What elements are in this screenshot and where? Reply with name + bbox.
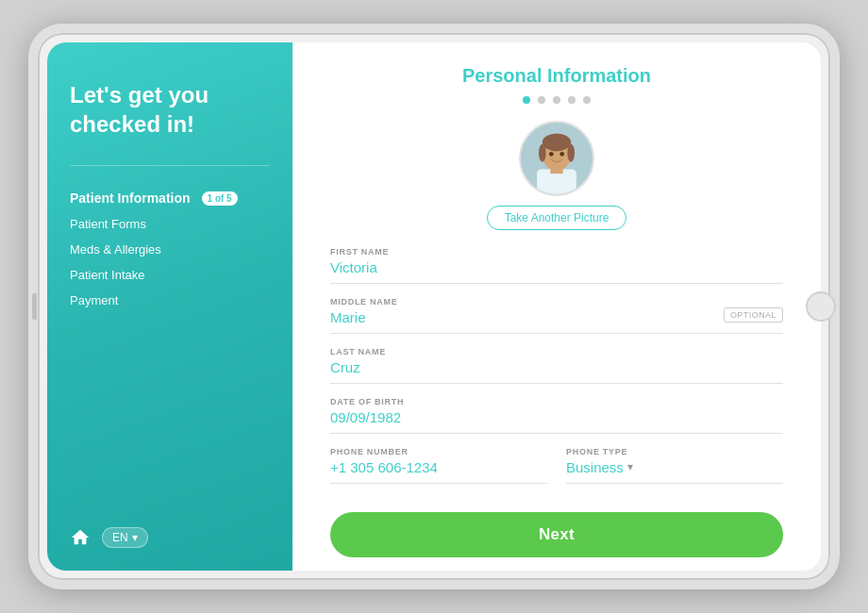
main-panel: Personal Information [292, 42, 821, 571]
home-button[interactable] [70, 527, 91, 548]
phone-type-field: PHONE TYPE Business ▾ [566, 447, 783, 484]
phone-number-value[interactable]: +1 305 606-1234 [330, 459, 547, 475]
tablet-shell: Let's get you checked in! Patient Inform… [28, 24, 840, 589]
page-title: Personal Information [330, 65, 783, 87]
phone-type-chevron-icon[interactable]: ▾ [627, 460, 633, 473]
sidebar-item-meds-allergies[interactable]: Meds & Allergies [70, 237, 270, 262]
avatar [519, 121, 594, 196]
language-chevron-icon: ▾ [132, 531, 138, 544]
footer-bar: Next [292, 499, 821, 571]
phone-type-value[interactable]: Business [566, 459, 624, 475]
sidebar-item-label-patient-information: Patient Information [70, 191, 191, 206]
svg-point-7 [549, 152, 554, 157]
dob-field: DATE OF BIRTH 09/09/1982 [330, 397, 783, 434]
middle-name-field: MIDDLE NAME Marie OPTIONAL [330, 297, 783, 334]
dob-label: DATE OF BIRTH [330, 397, 783, 406]
sidebar-item-payment[interactable]: Payment [70, 288, 270, 313]
screen: Let's get you checked in! Patient Inform… [47, 42, 821, 571]
sidebar-footer: EN ▾ [70, 527, 270, 548]
first-name-field: FIRST NAME Victoria [330, 247, 783, 284]
sidebar-item-label-patient-forms: Patient Forms [70, 217, 146, 231]
phone-type-label: PHONE TYPE [566, 447, 783, 456]
tablet-side-button [32, 293, 37, 320]
phone-row: PHONE NUMBER +1 305 606-1234 PHONE TYPE … [330, 447, 783, 497]
middle-name-value[interactable]: Marie [330, 309, 783, 325]
tablet-home-button[interactable] [806, 291, 836, 322]
progress-dot-5 [583, 96, 591, 104]
main-content: Personal Information [292, 42, 821, 499]
phone-number-label: PHONE NUMBER [330, 447, 547, 456]
dob-value[interactable]: 09/09/1982 [330, 409, 783, 425]
sidebar-heading: Let's get you checked in! [70, 80, 270, 139]
progress-dot-1 [523, 96, 530, 104]
sidebar-item-patient-intake[interactable]: Patient Intake [70, 262, 270, 288]
last-name-field: LAST NAME Cruz [330, 347, 783, 384]
avatar-section: Take Another Picture [330, 121, 783, 230]
last-name-value[interactable]: Cruz [330, 359, 783, 375]
first-name-label: FIRST NAME [330, 247, 783, 257]
form-section: FIRST NAME Victoria MIDDLE NAME Marie OP… [330, 247, 783, 497]
first-name-value[interactable]: Victoria [330, 259, 783, 275]
last-name-label: LAST NAME [330, 347, 783, 356]
language-selector[interactable]: EN ▾ [102, 527, 148, 548]
svg-point-8 [559, 152, 564, 157]
progress-dot-4 [568, 96, 576, 104]
nav-badge-patient-information: 1 of 5 [202, 191, 238, 206]
progress-dot-3 [553, 96, 560, 104]
optional-tag: OPTIONAL [724, 307, 783, 323]
language-label: EN [112, 531, 128, 544]
take-picture-button[interactable]: Take Another Picture [487, 206, 627, 230]
sidebar-divider [70, 165, 270, 166]
sidebar-item-label-payment: Payment [70, 293, 118, 307]
sidebar-item-patient-information[interactable]: Patient Information 1 of 5 [70, 185, 270, 211]
sidebar-item-label-meds-allergies: Meds & Allergies [70, 242, 161, 257]
progress-indicator [330, 96, 783, 104]
phone-number-field: PHONE NUMBER +1 305 606-1234 [330, 447, 547, 484]
sidebar-item-patient-forms[interactable]: Patient Forms [70, 211, 270, 237]
svg-point-5 [539, 144, 546, 162]
sidebar-item-label-patient-intake: Patient Intake [70, 268, 145, 282]
sidebar: Let's get you checked in! Patient Inform… [47, 42, 292, 571]
svg-point-4 [542, 133, 571, 151]
progress-dot-2 [538, 96, 545, 104]
svg-point-6 [567, 144, 575, 162]
phone-type-row: Business ▾ [566, 459, 783, 475]
next-button[interactable]: Next [330, 512, 783, 557]
middle-name-label: MIDDLE NAME [330, 297, 783, 306]
